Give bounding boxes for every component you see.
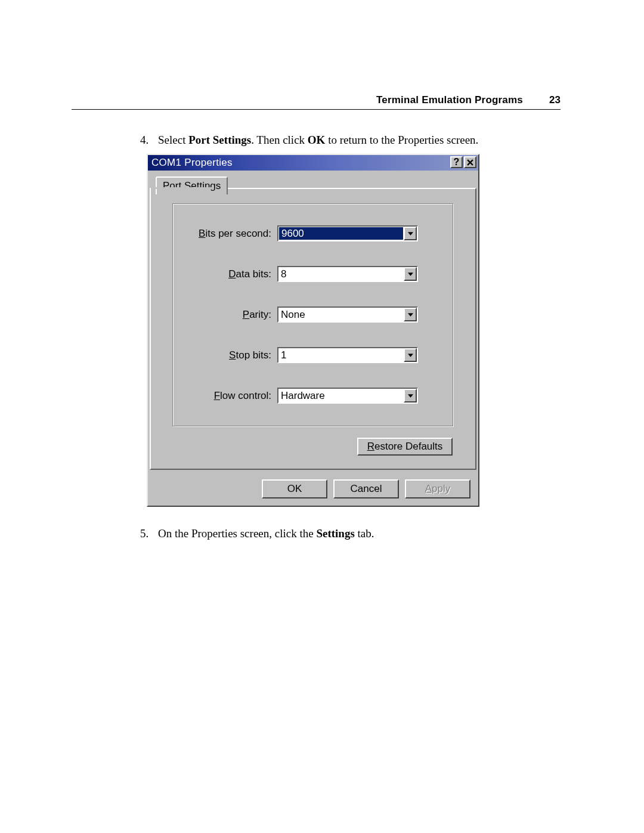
dropdown-button[interactable] — [404, 227, 417, 240]
combo-parity[interactable]: None — [277, 306, 418, 323]
combo-bits-per-second[interactable]: 9600 — [277, 225, 418, 241]
label-bits-per-second: Bits per second: — [173, 228, 277, 240]
ok-button[interactable]: OK — [262, 479, 327, 498]
combo-flow-control[interactable]: Hardware — [277, 388, 418, 404]
tab-label: Port Settings — [163, 180, 221, 192]
titlebar-buttons: ? — [450, 156, 476, 168]
apply-button[interactable]: Apply — [405, 479, 470, 498]
restore-defaults-button[interactable]: Restore Defaults — [357, 438, 453, 456]
dropdown-button[interactable] — [404, 308, 417, 321]
label-flow-control: Flow control: — [173, 390, 277, 402]
tab-port-settings[interactable]: Port Settings — [156, 176, 228, 194]
label-parity: Parity: — [173, 309, 277, 321]
chevron-down-icon — [408, 394, 413, 398]
help-button[interactable]: ? — [450, 156, 463, 168]
label-stop-bits: Stop bits: — [173, 349, 277, 361]
header-rule — [72, 109, 561, 110]
tab-panel: Bits per second: 9600 Data bits: — [150, 188, 476, 470]
row-stop-bits: Stop bits: 1 — [173, 347, 453, 363]
close-button[interactable] — [464, 156, 476, 168]
chevron-down-icon — [408, 272, 413, 276]
tab-active-join — [151, 187, 214, 189]
row-bits-per-second: Bits per second: 9600 — [173, 225, 453, 241]
combo-value: 9600 — [279, 227, 403, 240]
svg-marker-6 — [408, 394, 413, 397]
text: to return to the Properties screen. — [325, 134, 478, 146]
dropdown-button[interactable] — [404, 389, 417, 402]
combo-value: 8 — [278, 267, 404, 281]
svg-marker-4 — [408, 313, 413, 316]
titlebar[interactable]: COM1 Properties ? — [148, 155, 478, 171]
instruction-step-4: 4. Select Port Settings. Then click OK t… — [158, 132, 561, 148]
dropdown-button[interactable] — [404, 348, 417, 362]
page-number: 23 — [549, 94, 561, 106]
text: . Then click — [251, 134, 308, 146]
combo-stop-bits[interactable]: 1 — [277, 347, 418, 363]
row-flow-control: Flow control: Hardware — [173, 388, 453, 404]
text: Select — [158, 134, 188, 146]
svg-marker-2 — [408, 232, 413, 235]
combo-data-bits[interactable]: 8 — [277, 266, 418, 282]
dialog-button-row: OK Cancel Apply — [262, 479, 470, 498]
text: On the Properties screen, click the — [158, 527, 316, 540]
svg-marker-5 — [408, 354, 413, 357]
text: tab. — [355, 527, 374, 540]
running-header-title: Terminal Emulation Programs — [376, 94, 523, 106]
dialog-body: Port Settings Bits per second: 9600 — [148, 171, 478, 506]
dropdown-button[interactable] — [404, 267, 417, 281]
chevron-down-icon — [408, 313, 413, 317]
chevron-down-icon — [408, 232, 413, 236]
cancel-button[interactable]: Cancel — [333, 479, 399, 498]
svg-marker-3 — [408, 272, 413, 275]
text-bold: Settings — [316, 527, 354, 540]
instruction-step-5: 5. On the Properties screen, click the S… — [158, 526, 561, 541]
document-page: Terminal Emulation Programs 23 4. Select… — [0, 0, 644, 833]
settings-groupbox: Bits per second: 9600 Data bits: — [172, 203, 454, 427]
combo-value: 1 — [278, 348, 404, 362]
combo-value: None — [278, 308, 404, 321]
chevron-down-icon — [408, 354, 413, 357]
help-icon: ? — [454, 157, 460, 167]
close-icon — [467, 159, 473, 166]
combo-value: Hardware — [278, 389, 404, 402]
row-data-bits: Data bits: 8 — [173, 266, 453, 282]
label-data-bits: Data bits: — [173, 268, 277, 280]
com1-properties-dialog: COM1 Properties ? Port Settings — [147, 154, 479, 507]
text-bold: OK — [308, 134, 326, 146]
window-title: COM1 Properties — [151, 157, 233, 169]
step-number: 4. — [140, 132, 148, 148]
text-bold: Port Settings — [188, 134, 251, 146]
step-number: 5. — [140, 526, 148, 541]
row-parity: Parity: None — [173, 306, 453, 323]
